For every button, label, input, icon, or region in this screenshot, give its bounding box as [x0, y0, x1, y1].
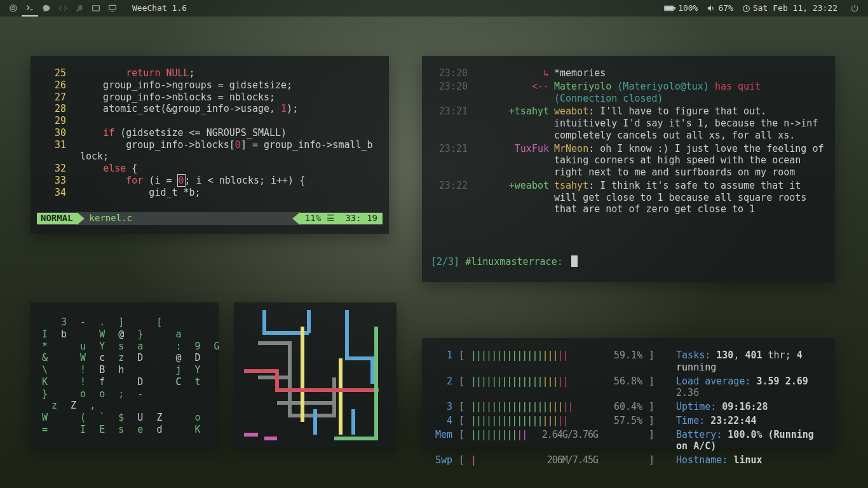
pipes-graphic: [239, 308, 391, 442]
htop-cpu-row: 3[||||||||||||||||||||60.4%]Uptime: 09:1…: [432, 401, 825, 413]
htop-cpu-row: 4[|||||||||||||||||||57.5%]Time: 23:22:4…: [432, 415, 825, 427]
editor-mode: NORMAL: [37, 213, 77, 224]
svg-rect-4: [93, 6, 100, 11]
panel-volume: 67%: [707, 3, 733, 13]
weechat-channel: #linuxmasterrace: [465, 256, 557, 268]
svg-rect-8: [674, 8, 675, 10]
weechat-input[interactable]: [2/3] #linuxmasterrace:: [431, 255, 826, 268]
power-icon[interactable]: [846, 0, 863, 17]
panel-clock: Sat Feb 11, 23:22: [742, 3, 837, 13]
svg-point-2: [76, 10, 79, 12]
panel-clock-text: Sat Feb 11, 23:22: [753, 3, 837, 13]
panel-battery-text: 100%: [678, 3, 698, 13]
pipes-window[interactable]: [234, 302, 397, 447]
svg-point-3: [80, 8, 83, 11]
chrome-icon[interactable]: [5, 0, 22, 17]
editor-window[interactable]: 25 return NULL;26 group_info->ngroups = …: [31, 56, 389, 234]
htop-cpu-row: 2[|||||||||||||||||||56.8%]Load average:…: [432, 376, 825, 400]
htop-window[interactable]: 1[|||||||||||||||||||59.1%]Tasks: 130, 4…: [422, 338, 835, 447]
chat-message: 23:20↳*memories: [431, 67, 826, 79]
htop-mem-row: Mem[|||||||||||2.64G/3.76G]Battery: 100.…: [432, 429, 825, 453]
svg-rect-7: [665, 7, 672, 10]
htop-cpu-row: 1[|||||||||||||||||||59.1%]Tasks: 130, 4…: [432, 349, 825, 374]
cmatrix-window[interactable]: 3 - . ] [ I b W @ } a* u Y s a : 9 G& W …: [31, 302, 219, 447]
chat-message: 23:21+tsahytweabot: I'll have to figure …: [431, 105, 826, 141]
editor-code[interactable]: 25 return NULL;26 group_info->ngroups = …: [37, 67, 383, 198]
music-icon[interactable]: [71, 0, 88, 17]
editor-file: kernel.c: [90, 213, 132, 224]
terminal-icon[interactable]: [22, 0, 38, 17]
htop-mem-row: Swp[|206M/7.45G]Hostname: linux: [432, 454, 825, 466]
editor-position: 11% ☰ 33: 19: [300, 213, 383, 224]
window-icon[interactable]: [88, 0, 104, 17]
editor-statusbar: NORMAL kernel.c 11% ☰ 33: 19: [37, 212, 383, 225]
svg-rect-5: [109, 5, 116, 10]
top-panel: WeeChat 1.6 100% 67% Sat Feb 11, 23:22: [0, 0, 868, 17]
panel-volume-text: 67%: [718, 3, 733, 13]
chat-message: 23:20<--Materiyolo (Materiyolo@tux) has …: [431, 81, 826, 105]
weechat-window[interactable]: 23:20↳*memories23:20<--Materiyolo (Mater…: [422, 56, 835, 282]
weechat-messages[interactable]: 23:20↳*memories23:20<--Materiyolo (Mater…: [431, 67, 826, 215]
panel-title: WeeChat 1.6: [132, 3, 187, 13]
chat-icon[interactable]: [38, 0, 55, 17]
panel-battery: 100%: [664, 3, 698, 13]
svg-point-1: [12, 7, 15, 10]
chat-message: 23:22+weabottsahyt: I think it's safe to…: [431, 180, 826, 215]
svg-point-0: [10, 5, 17, 12]
monitor-icon[interactable]: [104, 0, 121, 17]
chat-message: 23:21TuxFukMrNeon: oh I know :) I just l…: [431, 143, 826, 179]
weechat-cursor: [571, 255, 578, 267]
weechat-buffer-index: [2/3]: [431, 256, 459, 268]
code-icon[interactable]: [55, 0, 71, 17]
